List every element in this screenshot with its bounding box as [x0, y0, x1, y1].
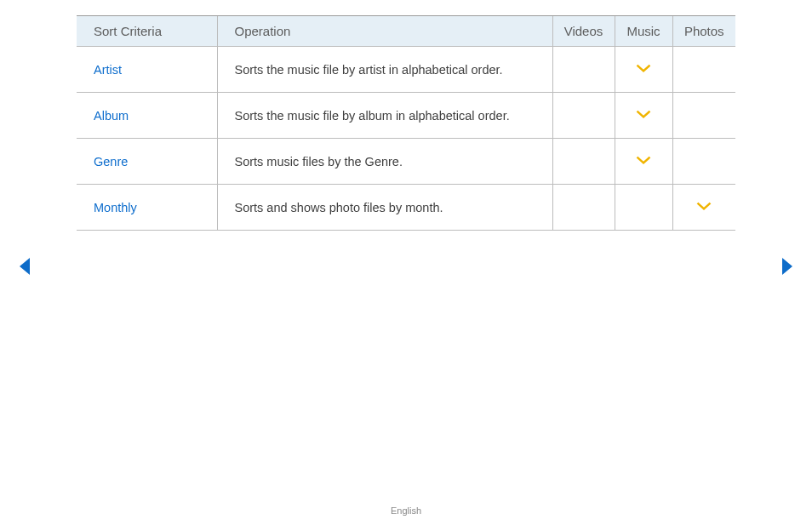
cell-videos: [552, 185, 615, 231]
table-row: AlbumSorts the music file by album in al…: [77, 93, 735, 139]
header-operation: Operation: [217, 16, 552, 47]
page: Sort Criteria Operation Videos Music Pho…: [0, 0, 812, 531]
checkmark-icon: [695, 201, 712, 214]
sort-criteria-table: Sort Criteria Operation Videos Music Pho…: [77, 15, 735, 231]
table-row: GenreSorts music files by the Genre.: [77, 139, 735, 185]
checkmark-icon: [635, 155, 652, 168]
header-videos: Videos: [552, 16, 615, 47]
cell-criteria: Genre: [77, 139, 217, 185]
cell-videos: [552, 93, 615, 139]
cell-operation: Sorts and shows photo files by month.: [217, 185, 552, 231]
cell-music: [615, 93, 672, 139]
cell-music: [615, 47, 672, 93]
cell-operation: Sorts the music file by artist in alphab…: [217, 47, 552, 93]
checkmark-icon: [635, 109, 652, 123]
cell-videos: [552, 47, 615, 93]
header-sort-criteria: Sort Criteria: [77, 16, 217, 47]
cell-videos: [552, 139, 615, 185]
cell-criteria: Album: [77, 93, 217, 139]
prev-page-button[interactable]: [18, 257, 31, 276]
footer-language: English: [0, 505, 812, 516]
cell-criteria: Monthly: [77, 185, 217, 231]
cell-photos: [672, 185, 735, 231]
cell-music: [615, 139, 672, 185]
cell-music: [615, 185, 672, 231]
cell-photos: [672, 47, 735, 93]
cell-photos: [672, 139, 735, 185]
cell-photos: [672, 93, 735, 139]
table-row: MonthlySorts and shows photo files by mo…: [77, 185, 735, 231]
table-row: ArtistSorts the music file by artist in …: [77, 47, 735, 93]
cell-operation: Sorts the music file by album in alphabe…: [217, 93, 552, 139]
table-body: ArtistSorts the music file by artist in …: [77, 47, 735, 231]
header-music: Music: [615, 16, 672, 47]
table-header-row: Sort Criteria Operation Videos Music Pho…: [77, 16, 735, 47]
cell-operation: Sorts music files by the Genre.: [217, 139, 552, 185]
header-photos: Photos: [672, 16, 735, 47]
checkmark-icon: [635, 63, 652, 77]
next-page-button[interactable]: [781, 257, 794, 276]
cell-criteria: Artist: [77, 47, 217, 93]
